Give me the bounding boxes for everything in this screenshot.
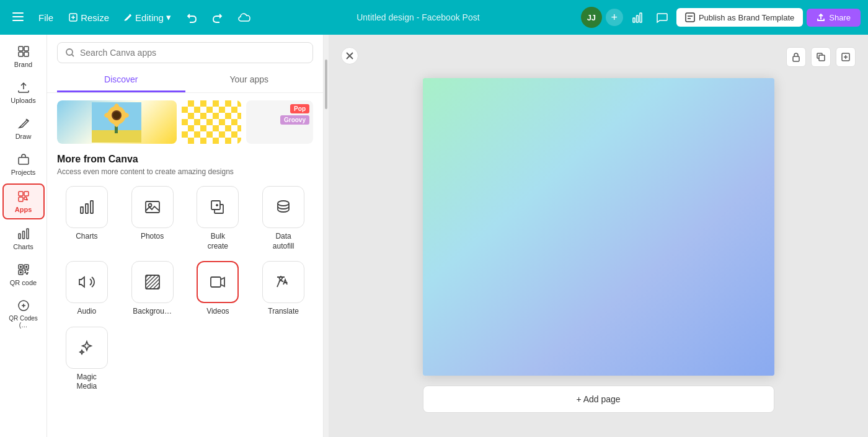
share-button[interactable]: Share [807, 9, 861, 27]
sidebar-item-draw[interactable]: Draw [2, 112, 45, 145]
app-item-photos[interactable]: Photos [123, 186, 182, 251]
tab-your-apps[interactable]: Your apps [185, 68, 314, 92]
search-input[interactable] [80, 48, 305, 58]
tabs-bar: Discover Your apps [47, 68, 323, 93]
svg-rect-17 [19, 234, 20, 239]
user-avatar[interactable]: JJ [581, 7, 602, 28]
sidebar-item-uploads[interactable]: Uploads [2, 76, 45, 109]
add-collaborator-button[interactable]: + [606, 9, 623, 26]
cloud-save-button[interactable] [233, 10, 255, 25]
search-icon [65, 48, 75, 58]
canvas-area: + Add page [329, 35, 868, 437]
app-item-translate[interactable]: Translate [254, 261, 313, 317]
svg-rect-6 [640, 13, 642, 22]
section-title: More from Canva [57, 154, 313, 165]
tab-discover[interactable]: Discover [57, 68, 185, 92]
duplicate-button[interactable] [811, 47, 831, 67]
app-item-charts[interactable]: Charts [57, 186, 117, 251]
navbar: File Resize Editing ▾ Untitled d [0, 0, 868, 35]
nav-center: Untitled design - Facebook Post [260, 12, 576, 22]
app-icon-magic-media [66, 327, 108, 369]
featured-image-1[interactable] [57, 100, 177, 144]
main-area: Brand Uploads Draw Projects [0, 35, 868, 437]
sidebar-item-label-apps: Apps [15, 206, 32, 213]
undo-button[interactable] [181, 9, 202, 25]
featured-image-3[interactable]: Pop Groovy [246, 100, 313, 144]
analytics-button[interactable] [627, 9, 648, 25]
svg-rect-8 [19, 46, 23, 51]
canvas-design[interactable] [423, 78, 774, 376]
sidebar-item-charts[interactable]: Charts [2, 222, 45, 255]
svg-rect-57 [793, 56, 799, 61]
apps-panel: Discover Your apps [47, 35, 324, 437]
sidebar-item-label-uploads: Uploads [11, 97, 35, 104]
comments-button[interactable] [652, 9, 673, 25]
sidebar-item-label-charts: Charts [13, 243, 33, 250]
featured-image-2[interactable] [182, 100, 241, 144]
search-bar [57, 42, 313, 63]
svg-rect-0 [12, 12, 24, 14]
svg-rect-1 [12, 16, 24, 17]
panel-scroll-thumb [325, 60, 327, 109]
app-icon-videos [197, 261, 239, 303]
svg-rect-42 [86, 204, 88, 213]
canvas-gradient [423, 78, 774, 376]
featured-images: Pop Groovy [57, 100, 313, 144]
panel-body: Pop Groovy More from Canva Access even m… [47, 93, 323, 437]
app-icon-bulk-create [197, 186, 239, 228]
document-title: Untitled design - Facebook Post [356, 12, 479, 22]
sidebar-item-label-qrcode: QR code [10, 279, 37, 286]
svg-rect-11 [24, 52, 29, 56]
sidebar-item-label-brand: Brand [14, 61, 32, 68]
app-icon-photos [131, 186, 174, 228]
nav-right: JJ + Publish as Brand Template [581, 7, 861, 28]
sunflower-image [92, 102, 141, 143]
app-label-charts: Charts [76, 232, 97, 242]
search-bar-wrap [47, 35, 323, 68]
svg-rect-60 [423, 78, 774, 376]
icon-nav: Brand Uploads Draw Projects [0, 35, 47, 437]
sidebar-item-projects[interactable]: Projects [2, 148, 45, 181]
add-page-button[interactable]: + Add page [423, 386, 774, 413]
canvas-wrapper [423, 78, 774, 376]
app-item-videos[interactable]: Videos [188, 261, 248, 317]
svg-rect-19 [27, 229, 29, 239]
panel-scrollbar [324, 35, 329, 437]
app-icon-backgrounds [131, 261, 174, 303]
app-icon-data-autofill [262, 186, 304, 228]
app-label-audio: Audio [78, 307, 97, 317]
tag-pop: Pop [290, 104, 309, 113]
menu-button[interactable] [7, 10, 29, 25]
editing-button[interactable]: Editing ▾ [119, 9, 176, 25]
app-label-translate: Translate [268, 307, 299, 317]
app-item-audio[interactable]: Audio [57, 261, 117, 317]
redo-button[interactable] [207, 9, 228, 25]
app-icon-translate [262, 261, 304, 303]
add-element-button[interactable] [836, 47, 856, 67]
svg-point-27 [66, 49, 73, 55]
svg-rect-5 [636, 15, 638, 22]
svg-rect-41 [81, 207, 83, 213]
svg-line-49 [146, 275, 159, 289]
app-item-bulk-create[interactable]: Bulk create [188, 186, 248, 251]
lock-button[interactable] [786, 47, 806, 67]
sidebar-item-label-qrcodes2: QR Codes (… [5, 315, 42, 329]
sidebar-item-brand[interactable]: Brand [2, 40, 45, 73]
sidebar-item-qrcodes2[interactable]: QR Codes (… [2, 294, 45, 333]
apps-grid-row3: Magic Media [57, 327, 313, 392]
svg-rect-23 [25, 266, 27, 268]
close-panel-button[interactable] [341, 47, 358, 64]
resize-button[interactable]: Resize [63, 10, 114, 25]
app-item-backgrounds[interactable]: Backgrou… [123, 261, 182, 317]
publish-brand-button[interactable]: Publish as Brand Template [676, 8, 803, 27]
file-button[interactable]: File [33, 10, 58, 25]
svg-rect-12 [19, 157, 29, 164]
svg-rect-10 [19, 52, 23, 56]
app-item-magic-media[interactable]: Magic Media [57, 327, 117, 392]
svg-rect-2 [12, 20, 24, 21]
sidebar-item-apps[interactable]: Apps [2, 183, 45, 219]
app-label-videos: Videos [206, 307, 229, 317]
app-label-backgrounds: Backgrou… [133, 307, 172, 317]
app-item-data-autofill[interactable]: Data autofill [254, 186, 313, 251]
sidebar-item-qrcode[interactable]: QR code [2, 258, 45, 291]
